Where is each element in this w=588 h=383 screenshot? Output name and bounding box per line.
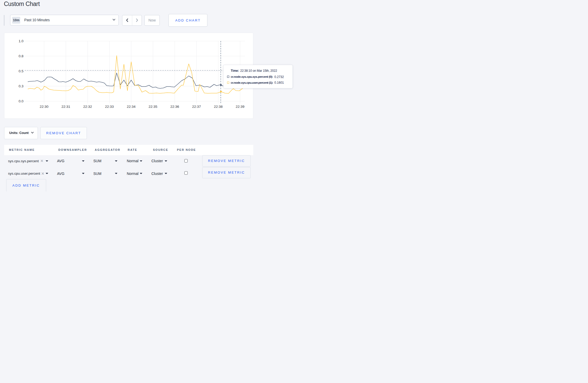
svg-text:22:38: 22:38 — [214, 104, 223, 108]
svg-text:22:31: 22:31 — [61, 104, 70, 108]
svg-text:0.3: 0.3 — [18, 84, 23, 88]
svg-text:22:37: 22:37 — [192, 104, 201, 108]
svg-text:0.5: 0.5 — [18, 69, 23, 73]
svg-text:22:33: 22:33 — [105, 104, 114, 108]
svg-text:22:35: 22:35 — [149, 104, 157, 108]
svg-text:22:32: 22:32 — [83, 104, 92, 108]
svg-text:22:39: 22:39 — [236, 104, 244, 108]
svg-text:0.8: 0.8 — [18, 54, 23, 58]
svg-text:1.0: 1.0 — [18, 39, 23, 43]
svg-text:0.0: 0.0 — [18, 99, 23, 103]
svg-text:22:30: 22:30 — [40, 104, 48, 108]
svg-text:22:34: 22:34 — [127, 104, 136, 108]
svg-text:22:36: 22:36 — [170, 104, 179, 108]
